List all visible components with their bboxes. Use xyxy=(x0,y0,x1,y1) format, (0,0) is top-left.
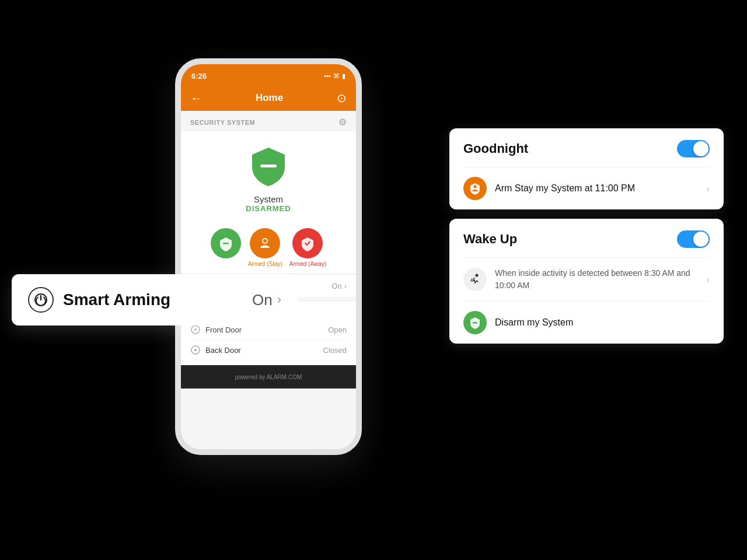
goodnight-arm-main: Arm Stay my System at 11:00 PM xyxy=(495,183,635,193)
wakeup-disarm-text: Disarm my System xyxy=(495,317,710,329)
wakeup-toggle[interactable] xyxy=(677,230,710,248)
arm-stay-button[interactable]: Armed (Stay) xyxy=(248,228,282,267)
svg-point-3 xyxy=(263,239,267,243)
arm-stay-label: Armed (Stay) xyxy=(248,261,282,267)
disarm-icon xyxy=(463,311,487,334)
svg-rect-0 xyxy=(260,164,277,167)
signal-icon: ▪▪▪ xyxy=(324,72,331,79)
sensor-name-backdoor: Back Door xyxy=(205,346,241,355)
wakeup-disarm-main: Disarm my System xyxy=(495,317,573,327)
goodnight-toggle[interactable] xyxy=(677,140,710,158)
phone-footer: powered by ALARM.COM xyxy=(181,365,356,388)
popup-title: Smart Arming xyxy=(63,290,170,309)
wakeup-activity-chevron: › xyxy=(706,274,710,286)
sensor-status-frontdoor: Open xyxy=(328,326,347,334)
back-button[interactable]: ← xyxy=(190,92,202,105)
wakeup-toggle-knob xyxy=(693,232,708,247)
shield-area: System DISARMED xyxy=(181,131,356,222)
goodnight-title: Goodnight xyxy=(463,141,528,156)
battery-icon: ▮ xyxy=(342,72,345,80)
wakeup-activity-text: When inside activity is detected between… xyxy=(495,267,698,292)
goodnight-header: Goodnight xyxy=(449,128,724,167)
menu-button[interactable]: ⊙ xyxy=(337,91,347,105)
svg-rect-12 xyxy=(473,322,477,324)
popup-left: Smart Arming xyxy=(28,287,170,313)
smart-arming-chevron-phone: › xyxy=(344,282,347,290)
shield-icon xyxy=(245,143,292,190)
svg-point-11 xyxy=(476,274,479,277)
wakeup-card: Wake Up When inside activity is detected… xyxy=(449,219,724,344)
sensor-icon-frontdoor xyxy=(190,324,201,335)
sensor-name-frontdoor: Front Door xyxy=(205,326,242,334)
status-time: 6:26 xyxy=(191,72,207,80)
arm-disarmed-button[interactable] xyxy=(211,228,241,267)
svg-point-7 xyxy=(194,349,197,351)
system-status: DISARMED xyxy=(246,204,291,213)
status-bar: 6:26 ▪▪▪ ⌘ ▮ xyxy=(181,64,356,85)
section-label: SECURITY SYSTEM xyxy=(190,119,255,126)
popup-value: On xyxy=(252,291,273,309)
svg-point-10 xyxy=(474,186,477,188)
sensor-row-backdoor[interactable]: Back Door Closed xyxy=(190,340,347,360)
svg-rect-1 xyxy=(223,243,229,244)
wakeup-activity-main: When inside activity is detected between… xyxy=(495,268,690,290)
goodnight-toggle-knob xyxy=(693,141,708,156)
gear-icon[interactable]: ⚙ xyxy=(338,117,347,128)
system-label: System xyxy=(254,194,283,204)
sensor-icon-backdoor xyxy=(190,345,201,355)
wakeup-header: Wake Up xyxy=(449,219,724,257)
arm-away-label: Armed (Away) xyxy=(289,261,326,267)
goodnight-card: Goodnight Arm Stay my System at 11:00 PM… xyxy=(449,128,724,209)
goodnight-arm-chevron: › xyxy=(706,183,710,195)
phone-container: 6:26 ▪▪▪ ⌘ ▮ ← Home ⊙ SECURITY SYSTEM ⚙ xyxy=(175,58,362,455)
popup-right: On › xyxy=(252,291,281,309)
right-panel: Goodnight Arm Stay my System at 11:00 PM… xyxy=(449,128,724,344)
arm-away-button[interactable]: Armed (Away) xyxy=(289,228,326,267)
status-icons: ▪▪▪ ⌘ ▮ xyxy=(324,72,345,80)
arm-buttons: Armed (Stay) Armed (Away) xyxy=(181,222,356,273)
sensor-status-backdoor: Closed xyxy=(323,346,347,355)
wakeup-activity-row[interactable]: When inside activity is detected between… xyxy=(449,258,724,301)
popup-chevron: › xyxy=(277,292,281,307)
wifi-icon: ⌘ xyxy=(333,72,340,80)
arm-stay-icon xyxy=(463,177,487,200)
sensor-left-backdoor: Back Door xyxy=(190,345,241,355)
goodnight-arm-row[interactable]: Arm Stay my System at 11:00 PM › xyxy=(449,167,724,209)
smart-arming-right: On › xyxy=(331,282,347,290)
popup-power-icon xyxy=(28,287,54,313)
wakeup-disarm-row[interactable]: Disarm my System xyxy=(449,302,724,344)
svg-point-5 xyxy=(191,326,200,334)
smart-arming-popup[interactable]: Smart Arming On › xyxy=(12,274,298,326)
powered-by-label: powered by ALARM.COM xyxy=(235,374,302,380)
smart-arming-value-phone: On xyxy=(331,282,341,290)
wakeup-title: Wake Up xyxy=(463,232,517,247)
section-header: SECURITY SYSTEM ⚙ xyxy=(181,111,356,131)
nav-title: Home xyxy=(256,92,283,104)
goodnight-arm-text: Arm Stay my System at 11:00 PM xyxy=(495,183,698,195)
phone-frame: 6:26 ▪▪▪ ⌘ ▮ ← Home ⊙ SECURITY SYSTEM ⚙ xyxy=(175,58,362,455)
sensor-left-frontdoor: Front Door xyxy=(190,324,242,335)
activity-icon xyxy=(463,268,487,291)
nav-bar: ← Home ⊙ xyxy=(181,85,356,111)
